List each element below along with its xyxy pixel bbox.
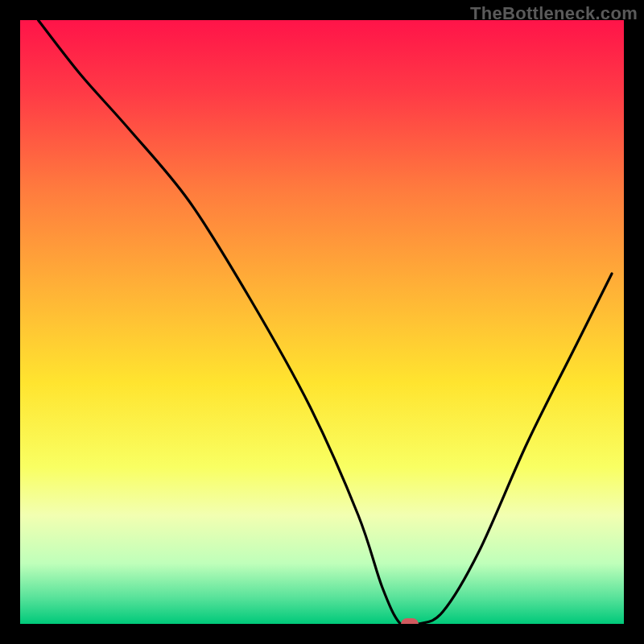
chart-plot-area (20, 20, 624, 624)
watermark-text: TheBottleneck.com (470, 3, 638, 24)
chart-stage: TheBottleneck.com (0, 0, 644, 644)
chart-svg (20, 20, 624, 624)
chart-background-gradient (20, 20, 624, 624)
optimal-marker (401, 618, 419, 625)
